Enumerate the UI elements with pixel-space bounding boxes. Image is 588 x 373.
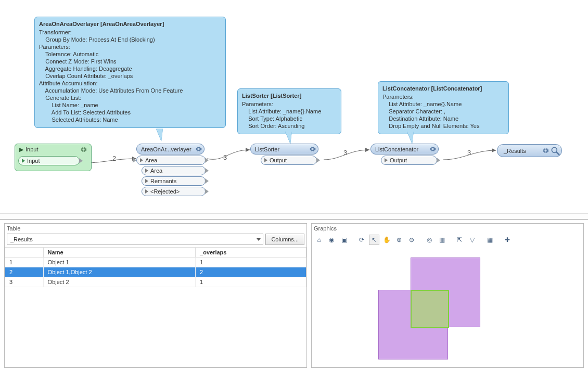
- gear-icon[interactable]: [542, 147, 549, 154]
- tooltip-listsorter: ListSorter [ListSorter] Parameters: List…: [237, 88, 341, 134]
- node-listconcat[interactable]: ListConcatenator Output: [370, 144, 439, 165]
- table-select-combo[interactable]: _Results: [7, 234, 263, 245]
- pan-icon[interactable]: ✋: [381, 235, 392, 245]
- svg-marker-3: [492, 148, 496, 152]
- cell: 1: [196, 258, 306, 267]
- tooltip-line: List Attribute: _name{}.Name: [382, 100, 504, 108]
- cell: 2: [196, 267, 306, 277]
- port-label: Area: [145, 157, 157, 163]
- triangle-icon: [140, 158, 143, 162]
- col-index[interactable]: [5, 248, 44, 258]
- node-title: ListConcatenator: [375, 146, 427, 152]
- refresh-icon[interactable]: ⟳: [356, 235, 367, 245]
- node-header[interactable]: ListConcatenator: [370, 144, 439, 155]
- zoom-in-icon[interactable]: ⊕: [394, 235, 404, 245]
- tooltip-title: ListConcatenator [ListConcatenator]: [382, 85, 504, 92]
- port-output[interactable]: Output: [261, 156, 317, 165]
- window-icon[interactable]: ▥: [437, 235, 447, 245]
- node-header[interactable]: ListSorter: [250, 144, 318, 155]
- panel-title: Graphics: [312, 224, 583, 234]
- zoom-selected-icon[interactable]: ◎: [424, 235, 434, 245]
- table-panel: Table _Results Columns... Name _overlaps…: [4, 223, 307, 368]
- cursor-icon[interactable]: ↖: [369, 235, 379, 245]
- tooltip-line: Attribute Accumulation:: [39, 80, 221, 87]
- tooltip-body: Parameters: List Attribute: _name{}.Name…: [382, 93, 504, 130]
- results-table[interactable]: Name _overlaps 1Object 112Object 1,Objec…: [5, 247, 306, 287]
- triangle-icon: [145, 179, 148, 183]
- port-rejected[interactable]: <Rejected>: [142, 187, 206, 196]
- gear-icon[interactable]: [195, 146, 202, 152]
- tooltip-title: ListSorter [ListSorter]: [242, 92, 337, 99]
- triangle-icon: [264, 158, 267, 162]
- cell: 1: [5, 258, 44, 267]
- out-arrow-icon: [79, 158, 83, 163]
- magnifier-icon[interactable]: [550, 146, 560, 156]
- triangle-icon: [385, 158, 388, 162]
- shape-overlap[interactable]: [411, 290, 449, 328]
- port-label: Output: [390, 157, 407, 163]
- node-areaonarea[interactable]: AreaOnAr...verlayer AreaAreaRemnants<Rej…: [136, 144, 204, 196]
- select-icon[interactable]: ⇱: [454, 235, 465, 245]
- camera-icon[interactable]: ▣: [339, 235, 349, 245]
- zoom-out-icon[interactable]: ⊖: [406, 235, 417, 245]
- tooltip-line: Sort Order: Ascending: [242, 122, 337, 130]
- tooltip-line: Selected Attributes: Name: [39, 116, 221, 123]
- input-group[interactable]: ▶Input Input: [15, 144, 92, 171]
- columns-button[interactable]: Columns...: [265, 234, 304, 245]
- pane-divider[interactable]: [0, 213, 588, 220]
- table-row[interactable]: 3Object 21: [5, 277, 306, 287]
- node-listsorter[interactable]: ListSorter Output: [250, 144, 318, 165]
- triangle-icon: [145, 189, 148, 194]
- col-overlaps[interactable]: _overlaps: [196, 248, 306, 258]
- home-icon[interactable]: ⌂: [314, 235, 324, 245]
- gear-icon[interactable]: [309, 146, 316, 152]
- cell: Object 2: [43, 277, 195, 287]
- port-label: <Rejected>: [150, 188, 180, 195]
- cell: Object 1: [43, 258, 195, 267]
- gear-icon[interactable]: [429, 146, 436, 152]
- tooltip-body: Transformer: Group By Mode: Process At E…: [39, 29, 221, 123]
- gear-icon[interactable]: [80, 146, 87, 153]
- tooltip-line: Aggregate Handling: Deaggregate: [39, 65, 221, 72]
- out-arrow-icon: [205, 158, 209, 163]
- node-results[interactable]: _Results: [497, 144, 562, 157]
- port-output[interactable]: Output: [381, 156, 437, 165]
- node-title: ListSorter: [255, 146, 307, 152]
- port-label: Remnants: [150, 178, 176, 184]
- globe-icon[interactable]: ◉: [326, 235, 337, 245]
- node-title: _Results: [504, 148, 540, 154]
- tooltip-line: Parameters:: [242, 100, 337, 108]
- tooltip-title: AreaOnAreaOverlayer [AreaOnAreaOverlayer…: [39, 20, 221, 28]
- tooltip-line: List Name: _name: [39, 101, 221, 109]
- triangle-icon: [145, 169, 148, 173]
- triangle-icon: [22, 159, 25, 163]
- tooltip-line: Generate List:: [39, 94, 221, 101]
- tooltip-line: Parameters:: [39, 43, 221, 50]
- table-row[interactable]: 1Object 11: [5, 258, 306, 267]
- tooltip-line: Add To List: Selected Attributes: [39, 109, 221, 116]
- port-area[interactable]: Area: [136, 156, 206, 165]
- tooltip-line: Group By Mode: Process At End (Blocking): [39, 36, 221, 43]
- graphics-viewport[interactable]: [312, 247, 583, 367]
- svg-marker-1: [246, 148, 250, 152]
- table-row[interactable]: 2Object 1,Object 22: [5, 267, 306, 277]
- workflow-canvas[interactable]: 2 3 3 3 AreaOnAreaOverlayer [AreaOnAreaO…: [0, 0, 588, 213]
- button-label: Columns...: [271, 236, 299, 242]
- port-input[interactable]: Input: [18, 156, 80, 165]
- out-arrow-icon: [205, 189, 209, 194]
- port-remnants[interactable]: Remnants: [142, 176, 206, 186]
- col-name[interactable]: Name: [43, 248, 195, 258]
- combo-value: _Results: [10, 236, 33, 242]
- add-icon[interactable]: ✚: [502, 235, 513, 245]
- node-header[interactable]: AreaOnAr...verlayer: [136, 144, 204, 155]
- port-area[interactable]: Area: [142, 166, 206, 175]
- tooltip-tail: [285, 131, 292, 144]
- group-title: Input: [25, 146, 38, 152]
- grid-icon[interactable]: ▦: [484, 235, 495, 245]
- tooltip-line: Connect Z Mode: First Wins: [39, 58, 221, 65]
- tooltip-areaonarea: AreaOnAreaOverlayer [AreaOnAreaOverlayer…: [34, 17, 226, 128]
- out-arrow-icon: [205, 168, 209, 173]
- filter-icon[interactable]: ▽: [467, 235, 477, 245]
- svg-line-5: [557, 152, 559, 155]
- tooltip-tail: [156, 128, 163, 141]
